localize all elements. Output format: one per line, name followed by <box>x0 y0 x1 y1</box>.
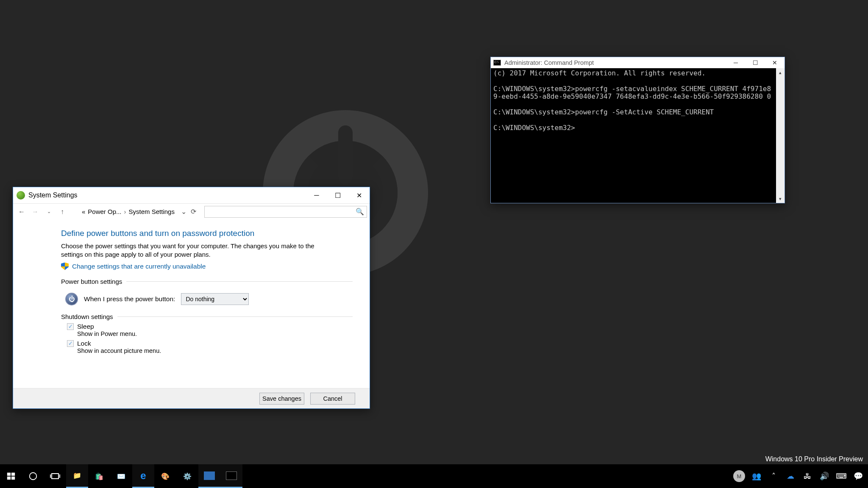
back-button[interactable]: ← <box>16 206 28 218</box>
scroll-up-icon[interactable]: ▴ <box>776 68 785 77</box>
taskbar-app-settings[interactable]: ⚙️ <box>176 464 198 488</box>
windows-icon <box>6 471 16 481</box>
user-avatar[interactable]: M <box>733 470 745 482</box>
taskbar-app-file-explorer[interactable]: 📁 <box>66 464 88 488</box>
people-icon[interactable]: 👥 <box>751 471 762 481</box>
system-settings-window: System Settings ─ ☐ ✕ ← → ⌄ ↑ « Power Op… <box>13 187 370 409</box>
maximize-button[interactable]: ☐ <box>327 187 348 203</box>
svg-rect-5 <box>52 474 58 479</box>
save-button[interactable]: Save changes <box>259 393 304 405</box>
group-power-button-settings: Power button settings <box>61 278 122 285</box>
breadcrumb-item-power[interactable]: Power Op... <box>88 208 121 215</box>
chevron-right-icon: › <box>124 208 126 215</box>
settings-content: Define power buttons and turn on passwor… <box>13 219 370 388</box>
lock-label: Lock <box>77 340 91 347</box>
minimize-button[interactable]: ─ <box>726 57 746 68</box>
cmd-titlebar[interactable]: Administrator: Command Prompt ─ ☐ ✕ <box>491 57 785 68</box>
page-heading: Define power buttons and turn on passwor… <box>61 229 353 238</box>
svg-rect-3 <box>11 477 15 480</box>
breadcrumb[interactable]: « Power Op... › System Settings <box>79 208 177 215</box>
window-controls: ─ ☐ ✕ <box>306 187 370 203</box>
recent-dropdown-icon[interactable]: ⌄ <box>43 206 55 218</box>
circle-icon <box>28 471 38 481</box>
cmd-icon <box>493 60 501 66</box>
paint-icon: 🎨 <box>160 471 170 481</box>
power-options-icon <box>17 191 25 200</box>
sleep-label: Sleep <box>77 323 94 330</box>
start-button[interactable] <box>0 464 22 488</box>
maximize-button[interactable]: ☐ <box>746 57 765 68</box>
control-panel-icon <box>204 471 215 480</box>
tray-chevron-icon[interactable]: ˄ <box>768 471 779 481</box>
volume-icon[interactable]: 🔊 <box>819 471 830 481</box>
close-button[interactable]: ✕ <box>348 187 370 203</box>
uac-shield-icon <box>61 263 69 270</box>
window-controls: ─ ☐ ✕ <box>726 57 785 68</box>
explorer-nav-bar: ← → ⌄ ↑ « Power Op... › System Settings … <box>13 203 370 219</box>
power-button-action-select[interactable]: Do nothing <box>181 293 249 305</box>
up-button[interactable]: ↑ <box>56 206 68 218</box>
keyboard-icon[interactable]: ⌨ <box>836 471 847 481</box>
gear-icon: ⚙️ <box>182 471 192 481</box>
command-prompt-window: Administrator: Command Prompt ─ ☐ ✕ (c) … <box>490 57 785 203</box>
scroll-down-icon[interactable]: ▾ <box>776 194 785 203</box>
cmd-output[interactable]: (c) 2017 Microsoft Corporation. All righ… <box>491 68 776 203</box>
folder-icon: 📁 <box>72 471 82 481</box>
dialog-button-row: Save changes Cancel <box>13 388 370 408</box>
page-description: Choose the power settings that you want … <box>61 242 315 259</box>
cmd-icon <box>226 471 237 480</box>
cancel-button[interactable]: Cancel <box>310 393 355 405</box>
lock-sub: Show in account picture menu. <box>77 347 353 354</box>
power-button-icon: ⏻ <box>65 293 78 305</box>
cortana-button[interactable] <box>22 464 44 488</box>
power-button-label: When I press the power button: <box>84 295 175 303</box>
taskbar-app-store[interactable]: 🛍️ <box>88 464 110 488</box>
cmd-scrollbar[interactable]: ▴ ▾ <box>776 68 785 203</box>
search-icon: 🔍 <box>356 208 364 216</box>
mail-icon: ✉️ <box>116 471 126 481</box>
task-view-button[interactable] <box>44 464 66 488</box>
group-shutdown-settings: Shutdown settings <box>61 313 113 320</box>
search-input[interactable]: 🔍 <box>204 206 367 218</box>
breadcrumb-icon <box>70 208 78 216</box>
svg-rect-0 <box>7 473 11 476</box>
sleep-checkbox[interactable]: ✓ <box>67 323 74 330</box>
divider <box>126 281 353 282</box>
network-icon[interactable]: 🖧 <box>802 472 813 481</box>
settings-titlebar[interactable]: System Settings ─ ☐ ✕ <box>13 187 370 203</box>
taskbar-app-mail[interactable]: ✉️ <box>110 464 132 488</box>
action-center-icon[interactable]: 💬 <box>853 471 864 481</box>
taskbar-app-power-options[interactable] <box>198 464 220 488</box>
taskbar: 📁 🛍️ ✉️ e 🎨 ⚙️ M 👥 ˄ ☁ 🖧 🔊 ⌨ 💬 <box>0 464 868 488</box>
breadcrumb-item-system[interactable]: System Settings <box>129 208 175 215</box>
settings-window-title: System Settings <box>28 191 78 199</box>
svg-rect-2 <box>7 477 11 480</box>
taskbar-app-paint[interactable]: 🎨 <box>154 464 176 488</box>
taskbar-app-cmd[interactable] <box>220 464 242 488</box>
edge-icon: e <box>138 471 148 481</box>
divider <box>117 316 353 317</box>
refresh-button[interactable]: ⟳ <box>191 208 200 216</box>
watermark-line1: Windows 10 Pro Insider Preview <box>691 455 863 463</box>
minimize-button[interactable]: ─ <box>306 187 327 203</box>
address-dropdown-icon[interactable]: ⌄ <box>179 208 189 216</box>
svg-rect-1 <box>11 473 15 476</box>
change-settings-link[interactable]: Change settings that are currently unava… <box>72 263 206 270</box>
close-button[interactable]: ✕ <box>765 57 785 68</box>
task-view-icon <box>50 471 60 481</box>
lock-checkbox[interactable]: ✓ <box>67 340 74 347</box>
sleep-sub: Show in Power menu. <box>77 330 353 337</box>
svg-point-4 <box>30 473 37 480</box>
forward-button[interactable]: → <box>29 206 41 218</box>
store-icon: 🛍️ <box>94 471 104 481</box>
cmd-window-title: Administrator: Command Prompt <box>504 59 594 66</box>
breadcrumb-prefix: « <box>82 208 85 215</box>
taskbar-app-edge[interactable]: e <box>132 464 154 488</box>
onedrive-icon[interactable]: ☁ <box>785 471 796 481</box>
